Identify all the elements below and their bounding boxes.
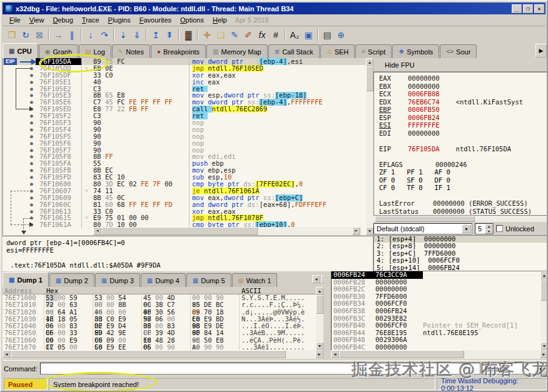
command-input[interactable] bbox=[40, 363, 480, 374]
disasm-row[interactable]: ●76F105F690nop bbox=[3, 140, 366, 147]
fx-icon[interactable]: fx bbox=[255, 28, 269, 42]
close-button[interactable]: ✕ bbox=[534, 4, 544, 13]
dump-byte[interactable]: 00 bbox=[106, 301, 118, 308]
call-arguments-list[interactable]: 1: [esp+4] 000000002: [esp+8] 000000003:… bbox=[373, 235, 548, 271]
registers-hscrollbar[interactable] bbox=[373, 216, 548, 222]
breakpoint-dot-icon[interactable]: ● bbox=[30, 148, 34, 153]
breakpoint-dot-icon[interactable]: ● bbox=[30, 209, 34, 214]
maximize-button[interactable]: ❐ bbox=[523, 4, 533, 13]
register-row[interactable]: ESIFFFFFFFE bbox=[379, 121, 547, 129]
register-row[interactable]: EAX00000000 bbox=[379, 74, 547, 83]
tab-script[interactable]: ≡Script bbox=[355, 44, 392, 58]
breakpoint-gutter[interactable]: ● bbox=[3, 72, 36, 79]
dump-hscrollbar[interactable]: ◄ ► bbox=[3, 350, 323, 359]
disasm-vscrollbar[interactable]: ▲ ▼ bbox=[366, 58, 373, 235]
tab-watch-1[interactable]: ◎Watch 1 bbox=[232, 273, 278, 287]
register-row[interactable] bbox=[379, 153, 547, 161]
breakpoint-gutter[interactable]: ● bbox=[3, 174, 36, 181]
calculator-icon[interactable]: ▤ bbox=[320, 28, 334, 42]
breakpoint-dot-icon[interactable]: ● bbox=[30, 113, 34, 119]
dump-byte[interactable]: DE bbox=[204, 301, 216, 308]
breakpoint-dot-icon[interactable]: ● bbox=[30, 154, 34, 159]
tab-symbols[interactable]: ❖Symbols bbox=[392, 44, 439, 58]
info-box[interactable]: dword ptr [ebp-4]=[0006FB4C]=0esi=FFFFFF… bbox=[3, 236, 373, 271]
menu-item-plugins[interactable]: Plugins bbox=[104, 15, 135, 25]
menu-item-file[interactable]: File bbox=[5, 15, 25, 25]
register-row[interactable]: OF 0 SF 0 DF 0 bbox=[379, 176, 547, 184]
stack-row[interactable]: 0006FB400006FCF0Pointer to SEH_Record[1] bbox=[332, 322, 540, 329]
close-process-icon[interactable]: ⊠ bbox=[33, 28, 46, 42]
breakpoint-gutter[interactable]: ● bbox=[3, 119, 36, 126]
function-icon[interactable]: ✐ bbox=[241, 28, 255, 42]
dump-byte[interactable]: 90 bbox=[204, 344, 216, 350]
argument-row[interactable]: 5: [esp+14] 0006FB24 bbox=[374, 264, 547, 271]
breakpoint-dot-icon[interactable]: ● bbox=[30, 174, 34, 180]
register-row[interactable]: ZF 1 PF 1 AF 0 bbox=[379, 168, 547, 176]
run-to-user-code-icon[interactable]: ⇞ bbox=[163, 28, 176, 42]
register-row[interactable]: EIP76F105DAntdll.76F105DA bbox=[379, 145, 547, 153]
breakpoint-gutter[interactable]: ● bbox=[3, 99, 36, 106]
dump-byte[interactable]: 06 bbox=[143, 344, 155, 350]
breakpoint-gutter[interactable]: ● bbox=[3, 92, 36, 99]
breakpoint-gutter[interactable]: ● bbox=[3, 140, 36, 147]
chevron-down-icon[interactable]: ▼ bbox=[536, 364, 545, 373]
disasm-hscrollbar[interactable]: ◄ ► bbox=[93, 227, 360, 235]
dump-byte[interactable]: EE bbox=[118, 344, 130, 350]
dump-byte[interactable]: 00 bbox=[94, 301, 106, 308]
tab-call-stack[interactable]: ≣Call Stack bbox=[268, 44, 320, 58]
minimize-button[interactable]: _ bbox=[512, 4, 522, 13]
patch-icon[interactable]: ✚ bbox=[200, 28, 214, 42]
command-script-type-select[interactable]: Default ▼ bbox=[482, 363, 547, 374]
dump-byte[interactable]: 72 bbox=[46, 301, 58, 308]
register-row[interactable] bbox=[379, 192, 547, 200]
dump-byte[interactable]: 90 bbox=[192, 344, 204, 350]
hide-fpu-button[interactable]: Hide FPU bbox=[373, 58, 548, 72]
breakpoint-dot-icon[interactable]: ● bbox=[30, 161, 34, 166]
dump-byte[interactable]: 0C bbox=[143, 301, 155, 308]
tab-seh[interactable]: ⚠SEH bbox=[320, 44, 355, 58]
tab-cpu[interactable]: ▦CPU bbox=[3, 43, 38, 58]
breakpoint-gutter[interactable]: ● bbox=[3, 86, 36, 93]
step-over-icon[interactable]: ↷ bbox=[98, 28, 111, 42]
comment-icon[interactable]: ❏ bbox=[214, 28, 228, 42]
tab-breakpoints[interactable]: ●Breakpoints bbox=[151, 44, 206, 58]
breakpoint-dot-icon[interactable]: ● bbox=[30, 202, 34, 208]
breakpoint-dot-icon[interactable]: ● bbox=[30, 73, 34, 78]
stack-panel[interactable]: 0006FB2476C3CC9A0006FB28000000000006FB2C… bbox=[331, 271, 540, 350]
dump-byte[interactable]: C0 bbox=[94, 344, 106, 350]
dump-byte[interactable]: E9 bbox=[106, 344, 118, 350]
tab-memory-map[interactable]: ▥Memory Map bbox=[206, 44, 268, 58]
stack-row[interactable]: 0006FB4C00000000 bbox=[332, 344, 540, 350]
animate-over-icon[interactable]: ⇓ bbox=[130, 28, 144, 42]
menu-item-favourites[interactable]: Favourites bbox=[135, 15, 176, 25]
stack-hscrollbar[interactable]: ◄ ► bbox=[331, 350, 548, 359]
menu-item-options[interactable]: Options bbox=[176, 15, 208, 25]
tab-dump-3[interactable]: ▦Dump 3 bbox=[95, 273, 140, 287]
breakpoint-dot-icon[interactable]: ● bbox=[30, 134, 34, 139]
dump-vscrollbar[interactable]: ▲ ▼ bbox=[316, 287, 323, 350]
breakpoint-gutter[interactable]: ● bbox=[3, 147, 36, 154]
pause-icon[interactable]: ∥ bbox=[65, 28, 79, 42]
breakpoint-dot-icon[interactable]: ● bbox=[30, 181, 34, 187]
breakpoint-gutter[interactable]: ● bbox=[3, 181, 36, 188]
run-icon[interactable]: → bbox=[51, 28, 65, 42]
register-row[interactable]: ESP0006FB24 bbox=[379, 114, 547, 122]
menu-item-trace[interactable]: Trace bbox=[78, 15, 104, 25]
breakpoint-gutter[interactable]: ● bbox=[3, 167, 36, 174]
dump-byte[interactable]: BC bbox=[216, 301, 228, 308]
dump-byte[interactable]: 3B bbox=[155, 301, 167, 308]
hex-dump-panel[interactable]: AddressHexASCII76E7100053005900530054004… bbox=[3, 287, 323, 350]
dump-byte[interactable]: 00 bbox=[58, 301, 69, 308]
tab-dump-2[interactable]: ▦Dump 2 bbox=[49, 273, 94, 287]
dump-byte[interactable]: 85 bbox=[192, 301, 204, 308]
breakpoint-dot-icon[interactable]: ● bbox=[30, 195, 34, 201]
execute-till-return-icon[interactable]: ↥ bbox=[149, 28, 163, 42]
breakpoint-dot-icon[interactable]: ● bbox=[30, 168, 34, 173]
breakpoint-dot-icon[interactable]: ● bbox=[30, 93, 34, 98]
register-row[interactable]: EBP0006FB50 bbox=[379, 106, 547, 114]
breakpoint-gutter[interactable]: ● bbox=[3, 201, 36, 208]
breakpoint-gutter[interactable]: ● bbox=[3, 126, 36, 133]
disasm-row[interactable]: ●76F1060C816068FFFEFFFDand dword ptr ds:… bbox=[3, 201, 366, 208]
dump-byte[interactable]: 8B bbox=[118, 301, 130, 308]
tab-sour[interactable]: <>Sour bbox=[440, 44, 477, 58]
